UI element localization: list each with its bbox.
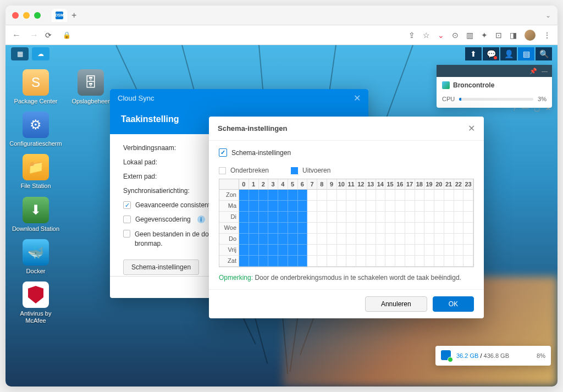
schedule-cell[interactable] [288,201,298,212]
schedule-cell[interactable] [249,190,259,201]
desktop-icon-antivirus[interactable]: Antivirus by McAfee [11,281,60,324]
schedule-cell[interactable] [463,256,473,267]
schedule-cell[interactable] [463,245,473,256]
schedule-cell[interactable] [346,256,356,267]
schedule-cell[interactable] [366,212,376,223]
taskbar-upload-icon[interactable]: ⬆ [465,47,482,60]
schedule-cell[interactable] [278,223,288,234]
hour-header-16[interactable]: 16 [395,179,405,190]
schedule-cell[interactable] [424,201,434,212]
schedule-cell[interactable] [463,212,473,223]
downloads-icon[interactable]: ⊡ [495,31,502,40]
window-close-button[interactable] [12,12,19,19]
schedule-cell[interactable] [249,256,259,267]
schedule-cell[interactable] [337,201,347,212]
schedule-cell[interactable] [405,234,415,245]
schedule-cell[interactable] [268,234,278,245]
schedule-cell[interactable] [444,201,454,212]
day-label-Vrij[interactable]: Vrij [219,245,239,256]
schedule-cell[interactable] [278,245,288,256]
schedule-cell[interactable] [307,212,317,223]
schedule-cell[interactable] [366,190,376,201]
schedule-cell[interactable] [337,212,347,223]
schedule-cell[interactable] [424,190,434,201]
schedule-settings-button[interactable]: Schema-instellingen [123,260,199,275]
schedule-cell[interactable] [444,212,454,223]
schedule-cell[interactable] [239,256,249,267]
hour-header-10[interactable]: 10 [337,179,347,190]
extensions-icon[interactable]: ✦ [481,31,488,40]
main-menu-button[interactable]: ▦ [11,47,29,60]
desktop-icon-docker[interactable]: 🐳Docker [11,239,60,275]
day-label-Zat[interactable]: Zat [219,256,239,267]
desktop-icon-package-center[interactable]: SPackage Center [11,69,60,105]
schedule-cell[interactable] [454,212,464,223]
widget-minimize-icon[interactable]: — [542,68,548,74]
schedule-cell[interactable] [317,256,327,267]
schedule-cell[interactable] [268,256,278,267]
widget-pin-icon[interactable]: 📌 [529,68,537,75]
taskbar-user-icon[interactable]: 👤 [500,47,517,60]
schedule-cell[interactable] [366,245,376,256]
schedule-cell[interactable] [249,245,259,256]
hour-header-1[interactable]: 1 [249,179,259,190]
hour-header-9[interactable]: 9 [327,179,337,190]
schedule-cell[interactable] [239,234,249,245]
schedule-cell[interactable] [395,190,405,201]
schedule-cell[interactable] [307,256,317,267]
schedule-cell[interactable] [376,234,386,245]
schedule-cell[interactable] [434,245,444,256]
schedule-cell[interactable] [356,234,366,245]
hour-header-11[interactable]: 11 [346,179,356,190]
schedule-cell[interactable] [317,212,327,223]
schedule-cell[interactable] [463,201,473,212]
schedule-cell[interactable] [434,256,444,267]
day-label-Zon[interactable]: Zon [219,190,239,201]
schedule-cell[interactable] [434,201,444,212]
schedule-cell[interactable] [424,212,434,223]
schedule-cell[interactable] [434,234,444,245]
schedule-cell[interactable] [346,245,356,256]
schedule-cell[interactable] [337,190,347,201]
window-minimize-button[interactable] [23,12,30,19]
schedule-cell[interactable] [444,190,454,201]
schedule-cell[interactable] [327,190,337,201]
schedule-cell[interactable] [298,201,308,212]
schedule-cell[interactable] [239,201,249,212]
sidepanel-icon[interactable]: ◨ [510,31,517,40]
schedule-cell[interactable] [327,201,337,212]
hour-header-12[interactable]: 12 [356,179,366,190]
desktop-icon-config-panel[interactable]: ⚙Configuratiescherm [11,112,60,147]
schedule-cell[interactable] [405,245,415,256]
schedule-cell[interactable] [288,223,298,234]
schedule-cell[interactable] [454,234,464,245]
schedule-cell[interactable] [376,190,386,201]
checkbox-enable-schedule[interactable] [219,148,227,157]
schedule-cell[interactable] [327,234,337,245]
schedule-cell[interactable] [327,223,337,234]
schedule-cell[interactable] [346,190,356,201]
schedule-cell[interactable] [454,190,464,201]
schedule-cell[interactable] [366,201,376,212]
schedule-cell[interactable] [278,212,288,223]
bookmark-star-icon[interactable]: ☆ [423,31,430,40]
schedule-cell[interactable] [346,201,356,212]
schedule-cell[interactable] [434,190,444,201]
schedule-cell[interactable] [259,190,269,201]
hour-header-21[interactable]: 21 [444,179,454,190]
schedule-cell[interactable] [239,245,249,256]
legend-run-swatch[interactable] [291,167,298,174]
info-icon[interactable]: i [197,216,205,223]
schedule-cell[interactable] [405,256,415,267]
back-button[interactable]: ← [12,30,21,40]
schedule-cell[interactable] [415,212,425,223]
schedule-cell[interactable] [259,234,269,245]
forward-button[interactable]: → [30,30,38,40]
schedule-cell[interactable] [298,245,308,256]
schedule-cell[interactable] [376,245,386,256]
schedule-cell[interactable] [415,256,425,267]
schedule-cell[interactable] [415,201,425,212]
schedule-cell[interactable] [385,190,395,201]
checkbox-data-encryption[interactable] [123,216,131,223]
schedule-cell[interactable] [249,201,259,212]
